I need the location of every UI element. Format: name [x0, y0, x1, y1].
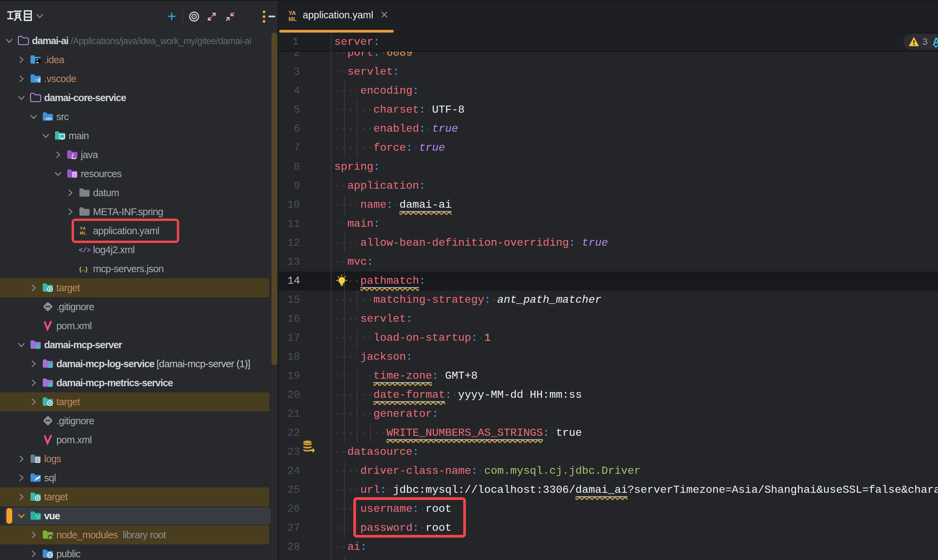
svg-text:YA: YA — [289, 10, 296, 16]
svg-text:js: js — [49, 535, 52, 539]
svg-text:ML: ML — [289, 16, 297, 22]
svg-text:</>: </> — [79, 246, 90, 254]
svg-text:{..}: {..} — [79, 265, 88, 272]
svg-text:</>: </> — [46, 116, 52, 121]
